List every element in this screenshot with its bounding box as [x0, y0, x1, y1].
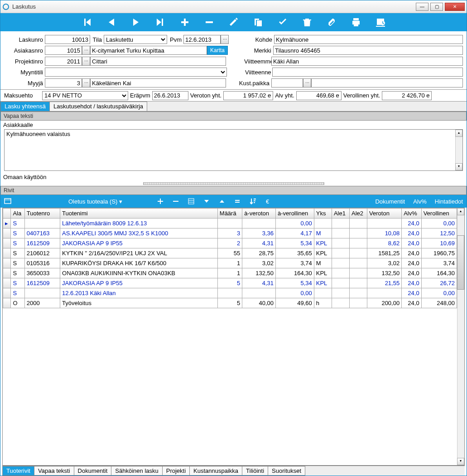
row-marker[interactable]: [3, 268, 11, 278]
bottom-tab[interactable]: Vapaa teksti: [34, 466, 74, 476]
cell[interactable]: 164,30: [421, 268, 457, 278]
cell[interactable]: 200,00: [367, 298, 402, 308]
cell[interactable]: [350, 248, 367, 258]
cell[interactable]: 0,00: [276, 288, 314, 298]
cell[interactable]: M: [314, 258, 332, 268]
row-add-icon[interactable]: [157, 198, 164, 205]
row-euro-icon[interactable]: €: [265, 198, 272, 205]
table-row[interactable]: ▸SLähete/työmääräin 8009 12.6.130,0024,0…: [3, 219, 457, 228]
cell[interactable]: KYTKIN " 2/16A/250V/IP21 UKJ 2X VAL: [60, 248, 218, 258]
cell[interactable]: S: [11, 278, 24, 288]
myyja-field[interactable]: [45, 78, 82, 87]
table-row[interactable]: S1612509JAKORASIA AP 9 IP5554,315,34KPL2…: [3, 278, 457, 288]
cell[interactable]: KPL: [314, 238, 332, 248]
cell[interactable]: 24,0: [402, 228, 421, 238]
edit-icon[interactable]: [228, 16, 240, 28]
col-header[interactable]: Tuotenimi: [60, 209, 218, 219]
cell[interactable]: 0,00: [421, 219, 457, 228]
cell[interactable]: 5: [217, 278, 242, 288]
cell[interactable]: AS.KAAPELI 300/5 MMJ 3X2,5 S K1000: [60, 228, 218, 238]
row-up-icon[interactable]: [218, 198, 226, 205]
cell[interactable]: 0,00: [421, 288, 457, 298]
cell[interactable]: 10,08: [367, 228, 402, 238]
remove-icon[interactable]: [203, 16, 215, 28]
cell[interactable]: [367, 288, 402, 298]
copy-icon[interactable]: [252, 16, 264, 28]
maksuehto-select[interactable]: 14 PV NETTO: [42, 91, 128, 100]
cell[interactable]: Lähete/työmääräin 8009 12.6.13: [60, 219, 218, 228]
cell[interactable]: [242, 288, 276, 298]
cell[interactable]: 4,17: [276, 228, 314, 238]
col-header[interactable]: Tuotenro: [24, 209, 60, 219]
row-down-icon[interactable]: [203, 198, 210, 205]
row-marker[interactable]: [3, 228, 11, 238]
col-header[interactable]: Ale2: [350, 209, 367, 219]
merkki-field[interactable]: [273, 46, 463, 55]
col-header[interactable]: Ala: [11, 209, 24, 219]
grid-scrollbar[interactable]: ▴ ▾: [457, 208, 464, 465]
cell[interactable]: ONA03KB AUKI/KIINNI-KYTKIN ONA03KB: [60, 268, 218, 278]
cell[interactable]: 5: [217, 298, 242, 308]
add-icon[interactable]: [179, 16, 191, 28]
cell[interactable]: 3,02: [242, 258, 276, 268]
cell[interactable]: [350, 228, 367, 238]
cell[interactable]: 3,02: [367, 258, 402, 268]
cell[interactable]: [217, 288, 242, 298]
kustpaikka-field[interactable]: [271, 78, 303, 87]
scroll-up-icon[interactable]: ▴: [455, 130, 462, 137]
bottom-tab[interactable]: Projekti: [162, 466, 190, 476]
projektinro-field[interactable]: [45, 57, 82, 66]
first-record-icon[interactable]: [81, 16, 93, 28]
cell[interactable]: 21,55: [367, 278, 402, 288]
cell[interactable]: 3,74: [421, 258, 457, 268]
cell[interactable]: 0407163: [24, 228, 60, 238]
cell[interactable]: 2: [217, 238, 242, 248]
cell[interactable]: 2000: [24, 298, 60, 308]
cell[interactable]: [314, 288, 332, 298]
cell[interactable]: 0,00: [276, 219, 314, 228]
cell[interactable]: 40,00: [242, 298, 276, 308]
erapvm-field[interactable]: [152, 91, 188, 100]
row-marker[interactable]: ▸: [3, 219, 11, 228]
cell[interactable]: [242, 219, 276, 228]
cell[interactable]: 24,0: [402, 258, 421, 268]
cell[interactable]: [217, 219, 242, 228]
cell[interactable]: 24,0: [402, 278, 421, 288]
grid-scroll-up-icon[interactable]: ▴: [457, 208, 464, 215]
tab-laskutusehdot[interactable]: Laskutusehdot / laskutuspäiväkirja: [49, 102, 147, 111]
cell[interactable]: 0105316: [24, 258, 60, 268]
oletus-dropdown[interactable]: Oletus tuoteala (S) ▾: [68, 198, 122, 205]
row-marker[interactable]: [3, 258, 11, 268]
cell[interactable]: h: [314, 298, 332, 308]
cell[interactable]: JAKORASIA AP 9 IP55: [60, 278, 218, 288]
next-record-icon[interactable]: [130, 16, 142, 28]
col-header[interactable]: Verollinen: [421, 209, 457, 219]
row-sort-icon[interactable]: [249, 198, 256, 205]
asiakas-lookup-button[interactable]: ⋯: [82, 46, 90, 55]
cell[interactable]: [332, 219, 349, 228]
bottom-tab[interactable]: Kustannuspaikka: [189, 466, 242, 476]
cell[interactable]: 3,74: [276, 258, 314, 268]
cell[interactable]: S: [11, 288, 24, 298]
cell[interactable]: [332, 258, 349, 268]
minimize-button[interactable]: —: [416, 3, 428, 11]
asiakkaalle-textarea[interactable]: Kylmähuoneen valaistus ▴ ▾: [4, 129, 463, 171]
cell[interactable]: [350, 238, 367, 248]
col-header[interactable]: à-verollinen: [276, 209, 314, 219]
cell[interactable]: 1: [217, 258, 242, 268]
cell[interactable]: 248,00: [421, 298, 457, 308]
cell[interactable]: [332, 278, 349, 288]
cell[interactable]: KUPARIKÖYSI DRAKA HK 16/7 K6/500: [60, 258, 218, 268]
kustpaikka-name-field[interactable]: [311, 78, 463, 87]
col-header[interactable]: Määrä: [217, 209, 242, 219]
prev-record-icon[interactable]: [106, 16, 117, 28]
cell[interactable]: 132,50: [242, 268, 276, 278]
cell[interactable]: [332, 238, 349, 248]
dokumentit-link[interactable]: Dokumentit: [375, 198, 405, 205]
row-equals-icon[interactable]: [234, 198, 241, 205]
cell[interactable]: 1612509: [24, 238, 60, 248]
cell[interactable]: 12,50: [421, 228, 457, 238]
print-icon[interactable]: [350, 16, 362, 28]
grid-scroll-down-icon[interactable]: ▾: [457, 458, 464, 465]
cell[interactable]: S: [11, 238, 24, 248]
